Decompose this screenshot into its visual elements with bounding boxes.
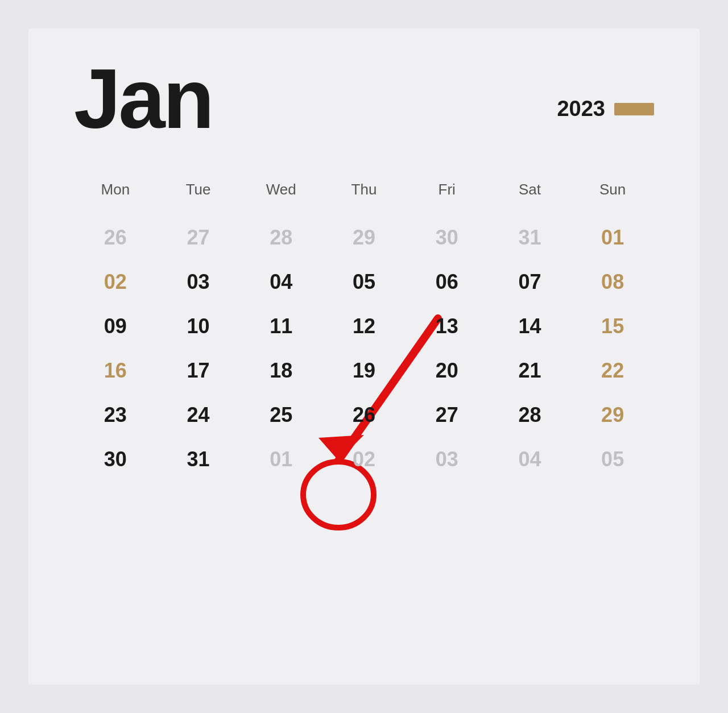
- calendar: Jan 2023 Mon Tue Wed Thu Fri Sat Sun 262…: [28, 28, 700, 685]
- day-cell-w3-d0[interactable]: 16: [74, 349, 157, 393]
- month-title: Jan: [74, 57, 212, 141]
- calendar-header: Jan 2023: [74, 57, 654, 141]
- day-cell-w5-d1[interactable]: 31: [157, 437, 240, 482]
- day-cell-w4-d3[interactable]: 26: [322, 393, 406, 437]
- day-cell-w2-d0[interactable]: 09: [74, 304, 157, 349]
- day-cell-w0-d3[interactable]: 29: [322, 215, 406, 260]
- day-cell-w0-d2[interactable]: 28: [239, 215, 322, 260]
- day-header-sat: Sat: [489, 175, 572, 215]
- day-cell-w2-d1[interactable]: 10: [157, 304, 240, 349]
- day-cell-w5-d0[interactable]: 30: [74, 437, 157, 482]
- day-cell-w5-d5[interactable]: 04: [489, 437, 572, 482]
- day-cell-w4-d4[interactable]: 27: [406, 393, 489, 437]
- day-cell-w2-d3[interactable]: 12: [322, 304, 406, 349]
- calendar-grid: Mon Tue Wed Thu Fri Sat Sun: [74, 175, 654, 215]
- day-cell-w4-d0[interactable]: 23: [74, 393, 157, 437]
- day-cell-w3-d2[interactable]: 18: [239, 349, 322, 393]
- day-cell-w2-d5[interactable]: 14: [489, 304, 572, 349]
- day-cell-w1-d5[interactable]: 07: [489, 260, 572, 304]
- day-header-tue: Tue: [157, 175, 240, 215]
- day-cell-w0-d1[interactable]: 27: [157, 215, 240, 260]
- day-cell-w4-d2[interactable]: 25: [239, 393, 322, 437]
- year-block: 2023: [557, 97, 654, 121]
- day-cell-w3-d4[interactable]: 20: [406, 349, 489, 393]
- day-header-wed: Wed: [239, 175, 322, 215]
- day-cell-w0-d0[interactable]: 26: [74, 215, 157, 260]
- day-cell-w1-d0[interactable]: 02: [74, 260, 157, 304]
- day-header-fri: Fri: [406, 175, 489, 215]
- day-cell-w3-d6[interactable]: 22: [571, 349, 654, 393]
- year-text: 2023: [557, 97, 605, 121]
- day-cell-w5-d3[interactable]: 02: [322, 437, 406, 482]
- day-cell-w4-d5[interactable]: 28: [489, 393, 572, 437]
- day-cell-w0-d5[interactable]: 31: [489, 215, 572, 260]
- day-cell-w4-d6[interactable]: 29: [571, 393, 654, 437]
- day-cell-w3-d5[interactable]: 21: [489, 349, 572, 393]
- day-cell-w1-d6[interactable]: 08: [571, 260, 654, 304]
- day-cell-w1-d2[interactable]: 04: [239, 260, 322, 304]
- day-cell-w1-d3[interactable]: 05: [322, 260, 406, 304]
- day-header-thu: Thu: [322, 175, 406, 215]
- day-header-mon: Mon: [74, 175, 157, 215]
- year-accent-bar: [614, 103, 654, 115]
- day-cell-w2-d6[interactable]: 15: [571, 304, 654, 349]
- day-cell-w5-d2[interactable]: 01: [239, 437, 322, 482]
- day-cell-w2-d4[interactable]: 13: [406, 304, 489, 349]
- day-cell-w5-d6[interactable]: 05: [571, 437, 654, 482]
- day-cell-w2-d2[interactable]: 11: [239, 304, 322, 349]
- day-cell-w0-d6[interactable]: 01: [571, 215, 654, 260]
- day-cell-w5-d4[interactable]: 03: [406, 437, 489, 482]
- weeks-grid: 2627282930310102030405060708091011121314…: [74, 215, 654, 482]
- day-cell-w0-d4[interactable]: 30: [406, 215, 489, 260]
- day-cell-w4-d1[interactable]: 24: [157, 393, 240, 437]
- day-cell-w3-d1[interactable]: 17: [157, 349, 240, 393]
- day-header-sun: Sun: [571, 175, 654, 215]
- day-cell-w1-d1[interactable]: 03: [157, 260, 240, 304]
- day-cell-w3-d3[interactable]: 19: [322, 349, 406, 393]
- day-cell-w1-d4[interactable]: 06: [406, 260, 489, 304]
